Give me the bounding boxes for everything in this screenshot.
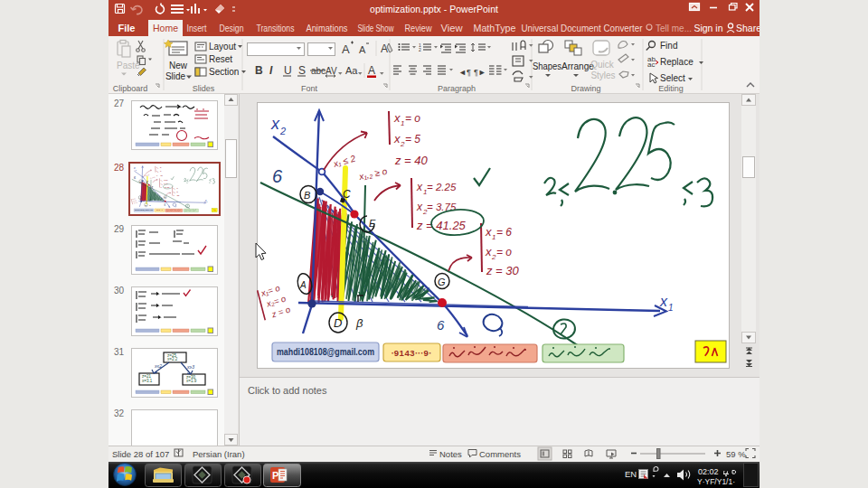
svg-text:Quick: Quick xyxy=(590,60,615,70)
svg-text:G: G xyxy=(438,277,446,287)
svg-text:02:02: 02:02 xyxy=(698,467,719,476)
svg-text:Slides: Slides xyxy=(193,84,215,93)
svg-text:Paragraph: Paragraph xyxy=(438,84,476,93)
svg-text:B: B xyxy=(255,64,263,77)
svg-text:Shapes: Shapes xyxy=(533,61,561,71)
svg-text:C: C xyxy=(343,188,351,201)
svg-text:Section: Section xyxy=(209,67,239,77)
svg-text:Sign in: Sign in xyxy=(694,23,723,33)
svg-text:A: A xyxy=(368,64,375,77)
svg-text:x≤2: x≤2 xyxy=(154,363,162,369)
svg-text:AV: AV xyxy=(326,66,337,76)
svg-text:Universal Document Converter: Universal Document Converter xyxy=(522,23,643,33)
svg-text:Transitions: Transitions xyxy=(257,23,295,33)
svg-text:β: β xyxy=(355,316,363,330)
svg-text:A: A xyxy=(299,280,307,290)
svg-text:x: x xyxy=(485,225,492,239)
svg-text:File: File xyxy=(118,23,136,33)
svg-text:Replace: Replace xyxy=(660,57,693,67)
svg-text:Arrange: Arrange xyxy=(561,61,594,71)
svg-text:x: x xyxy=(416,201,423,213)
svg-text:Font: Font xyxy=(301,84,318,93)
svg-text:∙9143∙∙∙9∙: ∙9143∙∙∙9∙ xyxy=(392,348,432,358)
svg-text:Editing: Editing xyxy=(658,84,684,93)
svg-text:z = 41.25: z = 41.25 xyxy=(416,219,467,232)
svg-text:x=2.2: x=2.2 xyxy=(167,357,178,361)
svg-text:Slide: Slide xyxy=(165,71,186,81)
svg-text:P: P xyxy=(272,470,278,481)
svg-text:= 5: = 5 xyxy=(405,133,420,145)
svg-text:B: B xyxy=(304,190,310,201)
svg-text:mahdi108108@gmail.com: mahdi108108@gmail.com xyxy=(277,347,374,357)
svg-text:2: 2 xyxy=(419,47,421,52)
svg-text:MathType: MathType xyxy=(474,23,516,33)
svg-text:Y·YF/Y1/1·: Y·YF/Y1/1· xyxy=(697,477,735,486)
svg-text:2: 2 xyxy=(279,126,286,136)
svg-text:◄¶: ◄¶ xyxy=(458,68,471,77)
svg-text:x: x xyxy=(485,245,492,258)
svg-text:Select: Select xyxy=(660,73,685,83)
svg-text:Insert: Insert xyxy=(187,23,207,33)
svg-text:1: 1 xyxy=(668,303,674,313)
svg-text:1: 1 xyxy=(401,119,404,127)
svg-text:x: x xyxy=(393,132,401,145)
svg-text:Design: Design xyxy=(220,23,244,33)
svg-text:x: x xyxy=(659,294,668,309)
svg-text:Comments: Comments xyxy=(479,449,521,459)
svg-text:I: I xyxy=(269,64,273,77)
svg-text:Paste: Paste xyxy=(117,61,140,70)
svg-text:D: D xyxy=(334,316,342,330)
svg-text:Home: Home xyxy=(153,23,178,33)
svg-text:x: x xyxy=(416,181,423,193)
svg-text:Notes: Notes xyxy=(439,449,462,459)
svg-text:EN: EN xyxy=(625,469,637,479)
svg-text:x≥3: x≥3 xyxy=(186,364,194,370)
svg-text:Aa: Aa xyxy=(345,65,358,76)
svg-text:= 2.25: = 2.25 xyxy=(427,182,457,192)
svg-text:Slide 28 of 107: Slide 28 of 107 xyxy=(112,449,169,459)
svg-text:S: S xyxy=(298,64,306,77)
svg-text:x: x xyxy=(393,111,401,125)
svg-text:z = 40: z = 40 xyxy=(394,154,429,167)
svg-text:Layout: Layout xyxy=(209,42,236,52)
svg-text:Styles: Styles xyxy=(590,70,615,80)
svg-text:Slide Show: Slide Show xyxy=(358,23,394,33)
svg-text:U: U xyxy=(284,64,292,77)
svg-text:Tell me...: Tell me... xyxy=(656,23,692,33)
svg-text:A: A xyxy=(381,42,388,55)
svg-text:Share: Share xyxy=(736,23,760,33)
svg-text:ac: ac xyxy=(647,61,655,69)
svg-text:Review: Review xyxy=(405,23,432,33)
svg-text:6: 6 xyxy=(437,317,445,333)
svg-text:x: x xyxy=(270,115,280,133)
svg-text:= o: = o xyxy=(405,112,420,125)
svg-text:A: A xyxy=(359,44,366,55)
svg-text:New: New xyxy=(169,61,188,70)
svg-text:Persian (Iran): Persian (Iran) xyxy=(193,449,245,459)
svg-text:= 6: = 6 xyxy=(496,226,512,239)
svg-text:Animations: Animations xyxy=(307,23,348,33)
svg-text:¶►: ¶► xyxy=(474,68,486,77)
svg-text:6: 6 xyxy=(272,166,283,186)
svg-text:Drawing: Drawing xyxy=(571,84,600,93)
svg-text:z = 30: z = 30 xyxy=(486,264,520,277)
svg-text:E: E xyxy=(369,218,376,229)
svg-text:Find: Find xyxy=(660,41,677,51)
svg-text:x=1.9: x=1.9 xyxy=(186,379,197,383)
svg-text:= o: = o xyxy=(496,246,512,258)
svg-text:Clipboard: Clipboard xyxy=(113,84,148,93)
svg-text:A: A xyxy=(342,42,350,56)
svg-text:View: View xyxy=(441,23,463,33)
svg-text:x=3.1: x=3.1 xyxy=(142,379,153,383)
svg-text:59 %: 59 % xyxy=(726,449,746,459)
svg-text:Reset: Reset xyxy=(209,54,232,64)
svg-text:1: 1 xyxy=(492,233,495,241)
